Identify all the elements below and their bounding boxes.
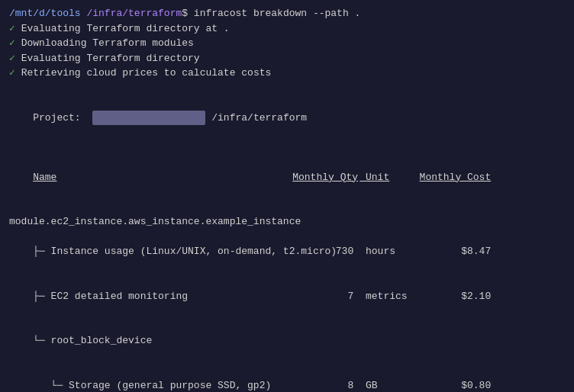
col-unit-header: Unit (353, 170, 414, 185)
status-retrieving: ✓ Retrieving cloud prices to calculate c… (9, 66, 565, 81)
status-evaluating2: ✓ Evaluating Terraform directory (9, 51, 565, 66)
module1-item2: ├─ EC2 detailed monitoring7 metrics$2.10 (9, 274, 565, 319)
module1-item1: ├─ Instance usage (Linux/UNIX, on-demand… (9, 230, 565, 275)
project-path: /infra/terraform (205, 112, 307, 124)
path2: /infra/terraform (86, 6, 182, 21)
status-downloading: ✓ Downloading Terraform modules (9, 36, 565, 51)
column-headers: NameMonthly Qty UnitMonthly Cost (9, 155, 565, 200)
module1-item3: └─ root_block_device (9, 319, 565, 364)
module1-header: module.ec2_instance.aws_instance.example… (9, 214, 565, 230)
command: $ infracost breakdown --path . (182, 6, 360, 21)
path1: /mnt/d/tools (9, 6, 81, 21)
terminal: /mnt/d/tools /infra/terraform$ infracost… (0, 0, 574, 392)
col-qty-header: Monthly Qty (292, 170, 353, 185)
module1-item4: └─ Storage (general purpose SSD, gp2)8 G… (9, 363, 565, 392)
project-label: Project: (33, 112, 92, 124)
project-line: Project: /infra/terraform (9, 95, 565, 140)
project-redact (92, 111, 205, 126)
col-cost-header: Monthly Cost (414, 170, 491, 185)
prompt-line: /mnt/d/tools /infra/terraform$ infracost… (9, 6, 565, 21)
status-evaluating: ✓ Evaluating Terraform directory at . (9, 21, 565, 37)
col-name-header: Name (33, 170, 292, 185)
